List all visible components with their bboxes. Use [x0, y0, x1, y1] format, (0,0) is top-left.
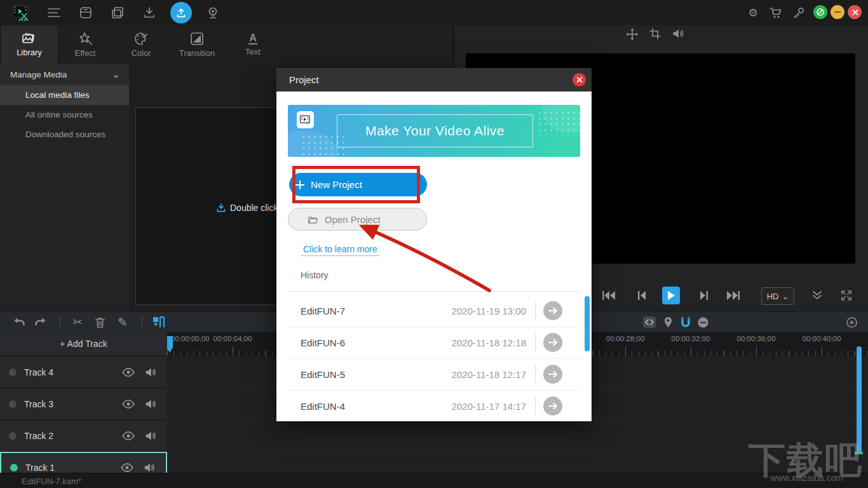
dialog-scrollbar[interactable] — [585, 296, 590, 351]
marker-pin-icon[interactable] — [660, 315, 675, 330]
magnet-snap-icon[interactable] — [678, 315, 693, 330]
manage-media-dropdown[interactable]: Manage Media ⌄ — [0, 64, 129, 85]
history-row[interactable]: EditFUN-5 2020-11-18 12:17 — [288, 358, 580, 391]
sidebar-item-online-sources[interactable]: All online sources — [0, 105, 129, 125]
next-frame-button[interactable] — [695, 287, 713, 304]
copy-icon[interactable] — [110, 5, 125, 20]
play-button[interactable] — [662, 287, 680, 304]
app-logo-icon — [10, 3, 32, 22]
import-hint-text: Double click — [230, 203, 278, 213]
insert-to-track-button[interactable] — [151, 315, 166, 330]
previous-frame-button[interactable] — [633, 287, 651, 304]
history-row[interactable]: EditFUN-4 2020-11-17 14:17 — [288, 390, 580, 421]
redo-button[interactable] — [33, 315, 48, 330]
banner-slogan: Make Your Video Alive — [365, 123, 505, 139]
open-history-arrow-button[interactable] — [543, 396, 562, 416]
dialog-title: Project — [289, 74, 319, 85]
tab-effect[interactable]: Effect — [57, 25, 113, 64]
mute-speaker-icon[interactable] — [144, 399, 158, 409]
collapse-double-chevron-icon[interactable] — [808, 287, 826, 304]
resize-handle — [860, 452, 863, 454]
fullscreen-button[interactable] — [837, 287, 855, 304]
palette-icon — [133, 32, 149, 46]
visibility-eye-icon[interactable] — [121, 368, 135, 377]
tab-label: Library — [17, 48, 42, 57]
chevron-down-icon: ⌄ — [782, 292, 789, 301]
visibility-eye-icon[interactable] — [121, 431, 135, 440]
effect-star-icon — [78, 32, 93, 46]
divider — [288, 291, 580, 292]
panel-tabs: Library Effect Color Transition A Text — [0, 25, 453, 64]
sidebar-item-downloaded-sources[interactable]: Downloaded sources — [0, 125, 129, 144]
code-brackets-button[interactable] — [642, 315, 657, 330]
zoom-in-button[interactable] — [844, 315, 859, 330]
crop-icon[interactable] — [649, 28, 661, 41]
media-sources-sidebar: Local media files All online sources Dow… — [0, 85, 129, 311]
close-window-button[interactable] — [848, 5, 862, 19]
project-dialog: Project Make Your Video Alive New Projec… — [276, 68, 592, 421]
activation-key-icon[interactable] — [791, 5, 806, 20]
chevron-down-icon: ⌄ — [112, 69, 120, 80]
folder-icon — [308, 215, 318, 224]
tab-library[interactable]: Library — [1, 25, 57, 64]
tab-transition[interactable]: Transition — [169, 25, 225, 64]
sidebar-item-local-media[interactable]: Local media files — [0, 85, 129, 105]
skip-to-start-button[interactable] — [600, 287, 618, 304]
new-project-button[interactable]: New Project — [289, 173, 427, 196]
open-project-button[interactable]: Open Project — [288, 208, 427, 231]
delete-trash-button[interactable] — [92, 315, 107, 330]
split-scissors-button[interactable]: ✂ — [70, 315, 85, 330]
undo-button[interactable] — [11, 315, 27, 330]
learn-more-link[interactable]: Click to learn more — [301, 244, 380, 256]
timeline-vertical-scrollbar[interactable] — [857, 346, 862, 454]
toolbar-divider — [142, 316, 142, 328]
tab-label: Transition — [179, 48, 215, 58]
save-icon[interactable] — [78, 5, 93, 20]
download-icon — [216, 203, 226, 213]
status-bar: EditFUN-7.kam* — [0, 473, 868, 488]
zoom-out-button[interactable] — [695, 315, 710, 330]
open-history-arrow-button[interactable] — [543, 301, 562, 320]
mute-speaker-icon[interactable] — [144, 431, 158, 441]
visibility-eye-icon[interactable] — [121, 400, 135, 409]
resize-handle — [855, 452, 858, 454]
tab-color[interactable]: Color — [113, 25, 169, 64]
open-history-arrow-button[interactable] — [543, 365, 562, 384]
export-button[interactable] — [170, 2, 192, 24]
settings-gear-icon[interactable]: ⚙ — [745, 5, 761, 20]
track-state-dot — [9, 400, 17, 408]
dialog-close-button[interactable] — [573, 73, 586, 86]
tab-label: Text — [245, 47, 261, 57]
track-state-dot — [9, 432, 17, 440]
track-state-dot — [10, 464, 18, 471]
volume-icon[interactable] — [672, 28, 684, 41]
top-toolbar: ⚙ — [0, 0, 868, 26]
text-a-icon: A — [248, 32, 257, 45]
minimize-button[interactable] — [831, 5, 844, 19]
mute-speaker-icon[interactable] — [143, 463, 157, 473]
quality-dropdown[interactable]: HD ⌄ — [761, 287, 794, 305]
open-history-arrow-button[interactable] — [543, 333, 562, 352]
manage-media-label: Manage Media — [10, 70, 112, 79]
track-row-3[interactable]: Track 3 — [0, 388, 167, 420]
history-row[interactable]: EditFUN-6 2020-11-18 12:18 — [288, 327, 580, 359]
skip-to-end-button[interactable] — [724, 287, 742, 304]
transition-icon — [190, 32, 204, 46]
history-row[interactable]: EditFUN-7 2020-11-19 13:00 — [288, 295, 580, 327]
move-icon[interactable] — [626, 28, 639, 41]
tab-label: Effect — [74, 48, 95, 58]
import-hint: Double click — [216, 203, 278, 213]
store-cart-icon[interactable] — [768, 5, 783, 20]
import-icon[interactable] — [142, 5, 157, 20]
mute-speaker-icon[interactable] — [144, 367, 158, 377]
add-track-button[interactable]: + Add Track — [0, 332, 167, 356]
block-status-button[interactable] — [813, 5, 827, 19]
record-webcam-icon[interactable] — [205, 5, 220, 20]
edit-pencil-button[interactable]: ✎ — [115, 315, 130, 330]
track-row-4[interactable]: Track 4 — [0, 356, 167, 388]
tab-text[interactable]: A Text — [225, 25, 281, 64]
visibility-eye-icon[interactable] — [120, 463, 134, 472]
menu-icon[interactable] — [46, 5, 62, 20]
plus-icon — [295, 180, 304, 189]
track-row-2[interactable]: Track 2 — [0, 420, 167, 452]
